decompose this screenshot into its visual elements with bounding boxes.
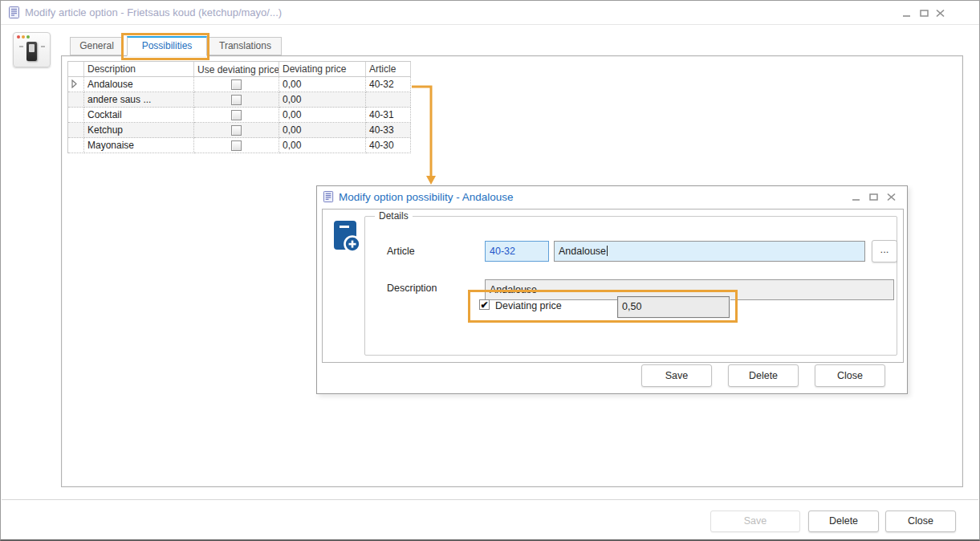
row-selector-cell[interactable] [68,108,84,123]
save-button[interactable]: Save [641,364,712,387]
cell-deviating-price[interactable]: 0,00 [279,108,366,123]
save-button[interactable]: Save [710,510,800,532]
row-selector-cell[interactable] [68,92,84,108]
possibilities-grid: Description Use deviating price Deviatin… [67,61,411,153]
footer-divider [2,499,978,500]
add-article-book-icon [331,219,361,258]
red-dot-icon [17,35,20,39]
child-content-panel: Details Article 40-32 Andalouse ... Desc… [322,209,904,363]
close-icon[interactable] [935,9,948,20]
table-row[interactable]: Cocktail 0,00 40-31 [68,108,411,123]
details-legend: Details [375,210,413,222]
deviating-price-value: 0,50 [622,301,641,312]
decorative-dash [41,46,45,47]
article-name-field[interactable]: Andalouse [554,241,865,262]
checkbox-unchecked[interactable] [231,110,242,120]
green-dot-icon [26,35,30,39]
delete-button[interactable]: Delete [728,364,799,387]
cell-description[interactable]: Cocktail [84,108,194,123]
decorative-dash [19,46,23,47]
grid-header-use-deviating-price[interactable]: Use deviating price [194,62,279,77]
row-selector-cell[interactable] [68,77,84,92]
yellow-dot-icon [22,35,25,39]
cell-use-deviating-price[interactable] [194,92,279,108]
article-name-value: Andalouse [559,246,606,257]
grid-header-article[interactable]: Article [366,62,411,77]
child-window: Modify option possibility - Andalouse De [316,185,908,394]
cell-deviating-price[interactable]: 0,00 [279,77,366,92]
cell-use-deviating-price[interactable] [194,77,279,92]
cell-article[interactable]: 40-30 [366,138,411,153]
cell-deviating-price[interactable]: 0,00 [279,138,366,153]
document-icon [323,191,335,206]
cell-deviating-price[interactable]: 0,00 [279,123,366,138]
application-icon [13,32,51,67]
tab-general[interactable]: General [70,37,124,55]
cell-deviating-price[interactable]: 0,00 [279,92,366,108]
table-row[interactable]: Ketchup 0,00 40-33 [68,123,411,138]
maximize-icon[interactable] [919,9,932,20]
delete-button[interactable]: Delete [808,510,879,532]
tab-translations-label: Translations [219,40,271,51]
description-value: Andalouse [490,284,537,295]
browse-button[interactable]: ... [872,240,897,262]
tab-translations[interactable]: Translations [209,37,282,55]
deviating-price-label: Deviating price [495,300,562,311]
maximize-icon[interactable] [868,193,881,204]
article-label: Article [387,246,415,257]
main-window-title: Modify article option - Frietsaus koud (… [25,6,282,18]
child-window-title: Modify option possibility - Andalouse [339,191,514,203]
checkmark-icon: ✔ [480,299,488,311]
details-groupbox: Details Article 40-32 Andalouse ... Desc… [364,216,897,356]
minimize-icon[interactable] [851,193,864,204]
tab-possibilities-label: Possibilities [142,40,193,51]
deviating-price-field[interactable]: 0,50 [617,296,730,318]
table-row[interactable]: Andalouse 0,00 40-32 [68,77,411,92]
cell-description[interactable]: Andalouse [84,77,194,92]
minimize-icon[interactable] [901,9,914,20]
row-selector-cell[interactable] [68,123,84,138]
main-titlebar: Modify article option - Frietsaus koud (… [1,1,979,25]
close-icon[interactable] [886,193,899,204]
cell-use-deviating-price[interactable] [194,108,279,123]
grid-header-deviating-price[interactable]: Deviating price [279,62,366,77]
article-code-field[interactable]: 40-32 [485,241,549,262]
close-button[interactable]: Close [815,364,885,387]
cell-description[interactable]: Ketchup [84,123,194,138]
checkbox-unchecked[interactable] [231,125,242,136]
device-shape-icon [26,42,37,61]
cell-description[interactable]: andere saus ... [84,92,194,108]
description-label: Description [387,283,437,294]
grid-header-selector [68,62,84,77]
cell-use-deviating-price[interactable] [194,138,279,153]
row-selector-cell[interactable] [68,138,84,153]
tab-possibilities[interactable]: Possibilities [127,36,207,56]
cell-description[interactable]: Mayonaise [84,138,194,153]
checkbox-unchecked[interactable] [231,140,242,151]
checkbox-unchecked[interactable] [231,79,242,90]
table-row[interactable]: Mayonaise 0,00 40-30 [68,138,411,153]
deviating-price-checkbox[interactable]: ✔ [479,299,490,310]
grid-header-row: Description Use deviating price Deviatin… [68,62,411,77]
cell-use-deviating-price[interactable] [194,123,279,138]
tab-general-label: General [79,40,114,51]
checkbox-unchecked[interactable] [231,95,242,105]
cell-article[interactable]: 40-31 [366,108,411,123]
table-row[interactable]: andere saus ... 0,00 [68,92,411,108]
document-icon [8,6,21,22]
main-window: Modify article option - Frietsaus koud (… [0,0,980,541]
cell-article[interactable]: 40-33 [366,123,411,138]
text-caret [607,246,608,256]
article-code-value: 40-32 [490,246,515,257]
cell-article[interactable]: 40-32 [366,77,411,92]
current-row-arrow-icon [71,79,77,88]
cell-article[interactable] [366,92,411,108]
close-button[interactable]: Close [885,510,956,532]
grid-header-description[interactable]: Description [84,62,194,77]
